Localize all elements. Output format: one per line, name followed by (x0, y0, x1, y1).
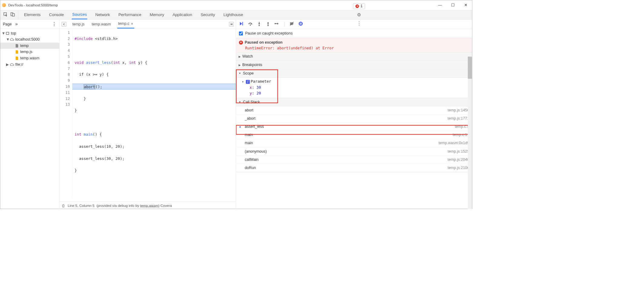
callstack-frame[interactable]: (anonymous)temp.js:1525 (236, 147, 472, 155)
cloud-icon (10, 38, 14, 41)
error-counter[interactable]: ✕ 1 (353, 3, 365, 9)
error-count: 1 (360, 4, 362, 8)
devtools-icon (2, 3, 6, 7)
frame-icon (6, 32, 9, 35)
nav-back-icon[interactable] (62, 22, 66, 26)
settings-icon[interactable]: ⚙ (357, 12, 361, 18)
tab-lighthouse[interactable]: Lighthouse (223, 11, 243, 19)
wasm-file-icon (15, 56, 18, 60)
window-title: DevTools - localhost:5000/temp (8, 3, 58, 7)
step-out-icon[interactable] (266, 21, 271, 27)
chevron-right-icon: ▶ (6, 62, 9, 67)
scrollbar-thumb[interactable] (468, 56, 472, 78)
scope-var[interactable]: y: 20 (242, 90, 472, 96)
execution-line: abort(); (72, 84, 236, 90)
tree-file-label: temp.js (20, 50, 32, 54)
pause-on-exceptions-option[interactable]: Pause on caught exceptions (236, 29, 472, 38)
navigator-pane: Page » ⋮ ▼ top ▼ localhost:5000 temp (0, 20, 60, 209)
chevron-down-icon: ▼ (2, 31, 4, 36)
device-toggle-icon[interactable] (10, 12, 15, 17)
callstack-frame[interactable]: _aborttemp.js:1771 (236, 114, 472, 123)
svg-point-10 (275, 23, 276, 24)
callstack-frame[interactable]: doRuntemp.js:2106 (236, 164, 472, 172)
chevron-down-icon: ▼ (6, 37, 9, 42)
navigator-more-tabs-icon[interactable]: » (15, 22, 18, 27)
watch-section[interactable]: ▶Watch (236, 52, 472, 61)
exception-title: Paused on exception (245, 40, 283, 45)
tab-memory[interactable]: Memory (149, 11, 165, 19)
pretty-print-icon[interactable]: {} (62, 204, 64, 207)
scope-var[interactable]: x: 30 (242, 85, 472, 90)
chevron-right-icon: ▶ (239, 55, 241, 58)
tree-file-tempwasm[interactable]: temp.wasm (0, 55, 59, 61)
editor-pane: temp.js temp.wasm temp.c✕ 12345678910111… (60, 20, 236, 209)
error-icon: ✕ (355, 4, 359, 8)
tree-file-label: temp.wasm (20, 56, 40, 61)
tab-sources[interactable]: Sources (72, 10, 87, 19)
tree-top-frame[interactable]: ▼ top (0, 30, 59, 37)
debugger-pane: Pause on caught exceptions ✕Paused on ex… (236, 20, 472, 209)
callstack-frame-current[interactable]: assert_lesstemp.c:5 (236, 123, 472, 131)
svg-point-7 (259, 25, 260, 26)
editor-tab-label: temp.js (72, 22, 84, 26)
callstack-frame[interactable]: maintemp.wasm:0x1d9 (236, 139, 472, 147)
exception-banner: ✕Paused on exception RuntimeError: abort… (236, 38, 472, 52)
code-body: #include <stdlib.h> void assert_less(int… (72, 29, 236, 197)
pause-exceptions-icon[interactable] (299, 21, 303, 27)
svg-point-12 (299, 22, 303, 25)
function-icon: f (246, 80, 250, 84)
section-title: Scope (243, 71, 254, 76)
navigator-menu-icon[interactable]: ⋮ (52, 21, 57, 27)
inspect-icon[interactable] (3, 12, 8, 17)
tab-console[interactable]: Console (49, 11, 64, 19)
code-editor[interactable]: 12345678910111213 #include <stdlib.h> vo… (60, 29, 236, 202)
cloud-icon (10, 62, 14, 66)
callstack-frame[interactable]: maintemp.c:11 (236, 131, 472, 139)
scope-section[interactable]: ▼Scope ▼ fParameter x: 30 y: 20 (236, 69, 472, 98)
pause-on-exceptions-checkbox[interactable] (239, 31, 243, 35)
breakpoints-section[interactable]: ▶Breakpoints (236, 61, 472, 69)
error-icon: ✕ (239, 40, 243, 44)
debugger-toolbar (236, 20, 472, 29)
step-icon[interactable] (275, 21, 279, 27)
deactivate-breakpoints-icon[interactable] (289, 21, 294, 27)
tree-file-protocol[interactable]: ▶ file:// (0, 61, 59, 68)
svg-rect-2 (12, 14, 15, 16)
chevron-right-icon: ▶ (239, 63, 241, 66)
js-file-icon (15, 50, 18, 54)
resume-icon[interactable] (239, 21, 244, 27)
chevron-down-icon: ▼ (239, 100, 241, 103)
svg-rect-14 (301, 22, 302, 25)
step-into-icon[interactable] (257, 21, 262, 27)
chevron-down-icon: ▼ (239, 72, 241, 75)
tab-security[interactable]: Security (200, 11, 216, 19)
tab-performance[interactable]: Performance (118, 11, 141, 19)
editor-tab-label: temp.c (118, 22, 129, 26)
editor-tab-tempjs[interactable]: temp.js (71, 20, 85, 28)
tree-file-temp[interactable]: temp (0, 43, 59, 49)
tree-file-tempjs[interactable]: temp.js (0, 49, 59, 55)
callstack-section[interactable]: ▼Call Stack aborttemp.js:1456 _aborttemp… (236, 98, 472, 172)
navigator-tab-page[interactable]: Page (3, 22, 12, 26)
callstack-frame[interactable]: callMaintemp.js:2046 (236, 155, 472, 164)
tab-network[interactable]: Network (95, 11, 110, 19)
tree-host[interactable]: ▼ localhost:5000 (0, 36, 59, 43)
svg-rect-3 (232, 23, 232, 25)
scrollbar[interactable] (468, 56, 472, 209)
svg-point-9 (268, 25, 269, 26)
tab-application[interactable]: Application (172, 11, 193, 19)
svg-rect-4 (243, 22, 243, 25)
scope-group[interactable]: ▼ fParameter (242, 78, 472, 85)
step-over-icon[interactable] (248, 21, 253, 27)
debug-source-link[interactable]: temp.wasm (140, 204, 158, 207)
editor-tab-tempc[interactable]: temp.c✕ (117, 20, 134, 28)
tab-elements[interactable]: Elements (24, 11, 41, 19)
section-title: Breakpoints (243, 63, 263, 67)
devtools-tabbar: Elements Console Sources Network Perform… (0, 10, 472, 20)
callstack-frame[interactable]: aborttemp.js:1456 (236, 106, 472, 114)
nav-continue-icon[interactable] (229, 22, 234, 26)
pause-on-exceptions-label: Pause on caught exceptions (245, 31, 293, 36)
close-tab-icon[interactable]: ✕ (131, 22, 134, 26)
chevron-down-icon: ▼ (242, 80, 244, 83)
editor-tab-tempwasm[interactable]: temp.wasm (91, 20, 112, 28)
